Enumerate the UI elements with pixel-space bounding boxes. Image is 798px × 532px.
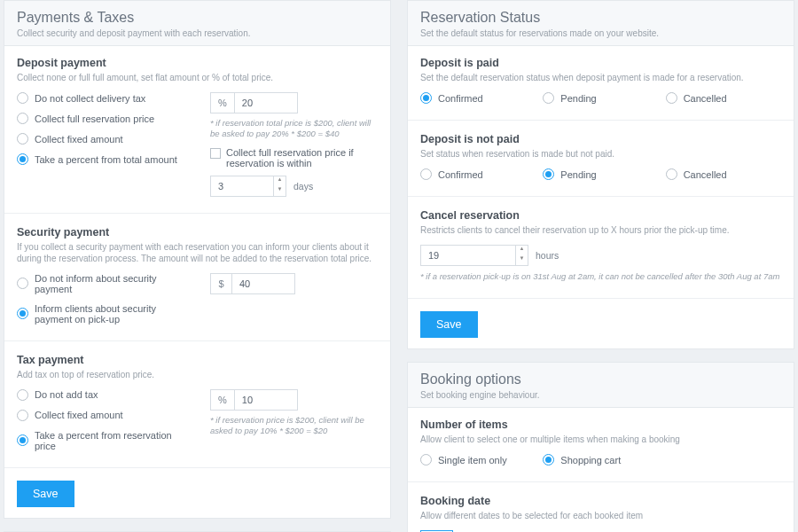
booking-options-panel: Booking options Set booking engine behav…	[407, 362, 794, 532]
radio-icon	[17, 113, 28, 124]
tax-section: Tax payment Add tax on top of reservatio…	[17, 354, 378, 451]
tax-radio-none[interactable]: Do not add tax	[17, 389, 194, 401]
radio-label: Collect fixed amount	[35, 410, 123, 420]
panel-title: Payments & Taxes	[17, 10, 378, 26]
radio-icon	[17, 308, 28, 319]
radio-label: Do not collect delivery tax	[35, 93, 145, 104]
deposit-days-input[interactable]	[210, 176, 274, 197]
panel-header: Booking options Set booking engine behav…	[408, 363, 794, 408]
divider	[408, 298, 794, 299]
save-button[interactable]: Save	[17, 481, 74, 507]
hours-label: hours	[536, 250, 559, 261]
chevron-up-icon[interactable]: ▲	[516, 246, 528, 255]
radio-label: Do not add tax	[35, 389, 98, 400]
radio-icon	[420, 92, 432, 104]
deposit-section: Deposit payment Collect none or full ful…	[17, 57, 378, 197]
spinner-buttons[interactable]: ▲▼	[516, 245, 528, 266]
panel-header: Payments & Taxes Collect security and de…	[4, 1, 390, 46]
booking-date-section: Booking date Allow different dates to be…	[420, 495, 781, 532]
radio-icon	[666, 168, 677, 180]
tax-radio-fixed[interactable]: Collect fixed amount	[17, 410, 194, 421]
days-label: days	[293, 181, 313, 192]
divider	[4, 340, 390, 341]
notpaid-radio-pending[interactable]: Pending	[543, 168, 658, 180]
radio-label: Confirmed	[438, 169, 483, 180]
section-sub: Set status when reservation is made but …	[420, 148, 781, 160]
divider	[408, 120, 794, 121]
tax-hint: * if reservation price is $200, client w…	[210, 415, 378, 437]
items-radio-single[interactable]: Single item only	[420, 454, 536, 466]
deposit-radio-full[interactable]: Collect full reservation price	[17, 113, 194, 124]
section-sub: Allow client to select one or multiple i…	[420, 434, 781, 445]
radio-label: Single item only	[438, 455, 507, 466]
radio-icon	[420, 454, 432, 466]
radio-label: Shopping cart	[560, 455, 621, 466]
section-heading: Deposit payment	[17, 57, 378, 69]
radio-label: Pending	[560, 169, 596, 180]
panel-subtitle: Set the default status for reservations …	[420, 28, 781, 38]
section-heading: Security payment	[17, 226, 378, 239]
tax-radio-percent[interactable]: Take a percent from reservation price	[17, 430, 194, 451]
radio-icon	[543, 454, 554, 466]
deposit-radio-none[interactable]: Do not collect delivery tax	[17, 92, 194, 104]
chevron-down-icon[interactable]: ▼	[274, 186, 286, 196]
deposit-radio-percent[interactable]: Take a percent from total amount	[17, 153, 194, 165]
notpaid-radio-cancelled[interactable]: Cancelled	[666, 168, 781, 180]
tax-percent-input-group: %	[210, 389, 378, 411]
security-radio-inform[interactable]: Inform clients about security payment on…	[17, 303, 194, 325]
deposit-days-spinner[interactable]: ▲▼	[210, 176, 286, 197]
section-heading: Number of items	[420, 419, 781, 431]
radio-icon	[17, 92, 28, 104]
input-prefix: %	[210, 389, 234, 411]
notpaid-radio-confirmed[interactable]: Confirmed	[420, 168, 536, 180]
section-sub: Restricts clients to cancel their reserv…	[420, 224, 781, 236]
radio-label: Confirmed	[438, 93, 483, 104]
deposit-notpaid-section: Deposit is not paid Set status when rese…	[420, 133, 781, 180]
divider	[408, 481, 794, 482]
items-section: Number of items Allow client to select o…	[420, 419, 781, 466]
deposit-full-checkbox[interactable]: Collect full reservation price if reserv…	[210, 147, 378, 168]
section-heading: Deposit is paid	[420, 57, 781, 69]
chevron-up-icon[interactable]: ▲	[274, 176, 286, 186]
input-prefix: %	[210, 92, 234, 113]
spinner-buttons[interactable]: ▲▼	[274, 176, 286, 197]
input-prefix: $	[210, 273, 231, 294]
panel-subtitle: Set booking engine behaviour.	[420, 390, 781, 400]
divider	[4, 467, 390, 468]
tax-percent-input[interactable]	[234, 389, 298, 411]
radio-label: Cancelled	[684, 93, 727, 104]
cancel-hint: * if a reservation pick-up is on 31st Au…	[420, 271, 781, 282]
cancel-hours-spinner[interactable]: ▲▼	[420, 245, 528, 266]
items-radio-cart[interactable]: Shopping cart	[543, 454, 658, 466]
cancel-hours-input[interactable]	[420, 245, 516, 266]
section-sub: Allow different dates to be selected for…	[420, 510, 781, 521]
security-amount-input[interactable]	[231, 273, 295, 294]
deposit-radio-fixed[interactable]: Collect fixed amount	[17, 133, 194, 145]
cancel-section: Cancel reservation Restricts clients to …	[420, 209, 781, 282]
deposit-percent-input[interactable]	[234, 92, 298, 113]
radio-label: Take a percent from total amount	[35, 154, 177, 165]
radio-icon	[420, 168, 432, 180]
security-radio-none[interactable]: Do not inform about security payment	[17, 273, 194, 294]
reservation-status-panel: Reservation Status Set the default statu…	[407, 0, 794, 349]
save-button[interactable]: Save	[420, 311, 478, 338]
paid-radio-cancelled[interactable]: Cancelled	[666, 92, 781, 104]
panel-header: Reservation Status Set the default statu…	[408, 1, 794, 46]
radio-label: Collect fixed amount	[35, 134, 123, 145]
chevron-down-icon[interactable]: ▼	[516, 255, 528, 265]
section-heading: Booking date	[420, 495, 781, 507]
panel-title: Reservation Status	[420, 10, 781, 26]
radio-icon	[666, 92, 677, 104]
section-heading: Cancel reservation	[420, 209, 781, 222]
radio-label: Inform clients about security payment on…	[35, 303, 194, 325]
radio-label: Cancelled	[684, 169, 727, 180]
paid-radio-pending[interactable]: Pending	[543, 92, 658, 104]
radio-icon	[17, 410, 28, 421]
panel-subtitle: Collect security and deposit payment wit…	[17, 28, 378, 38]
deposit-hint: * if reservation total price is $200, cl…	[210, 118, 378, 140]
paid-radio-confirmed[interactable]: Confirmed	[420, 92, 536, 104]
security-section: Security payment If you collect a securi…	[17, 226, 378, 325]
section-heading: Deposit is not paid	[420, 133, 781, 145]
radio-icon	[17, 389, 28, 401]
section-sub: Collect none or full full amount, set fl…	[17, 72, 378, 83]
